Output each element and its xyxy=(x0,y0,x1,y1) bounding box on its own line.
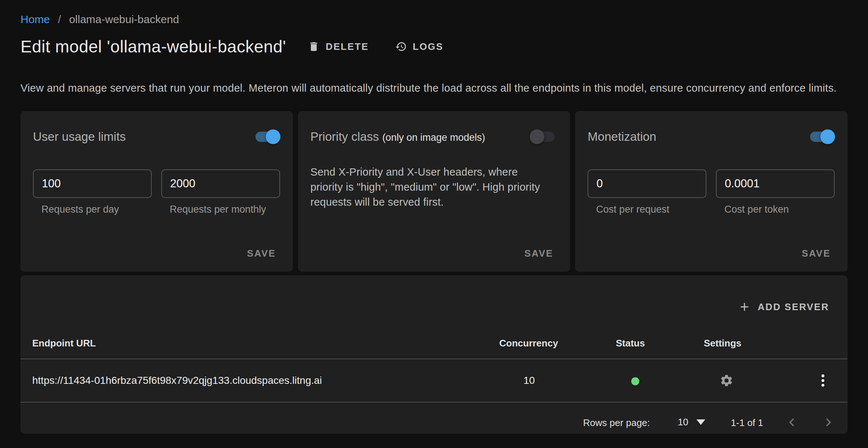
requests-per-month-input[interactable] xyxy=(161,169,280,198)
cost-per-token-label: Cost per token xyxy=(724,204,835,215)
row-menu-cell xyxy=(795,359,847,402)
usage-limits-title: User usage limits xyxy=(33,130,126,144)
requests-per-day-input[interactable] xyxy=(33,169,152,198)
pagination-range: 1-1 of 1 xyxy=(731,417,763,429)
delete-button[interactable]: DELETE xyxy=(302,37,375,56)
priority-class-title-text: Priority class xyxy=(310,130,379,143)
column-actions xyxy=(795,328,847,359)
rows-per-page-select[interactable]: 10 xyxy=(676,416,707,429)
servers-card: ADD SERVER Endpoint URL Concurrency Stat… xyxy=(21,275,847,434)
requests-per-day-label: Requests per day xyxy=(41,204,152,215)
add-server-button-label: ADD SERVER xyxy=(758,301,829,313)
dropdown-caret-icon xyxy=(696,419,705,425)
page-description: View and manage servers that run your mo… xyxy=(21,82,847,94)
settings-cell xyxy=(704,359,795,402)
save-priority-class-button[interactable]: SAVE xyxy=(520,244,558,263)
column-endpoint-url: Endpoint URL xyxy=(21,328,499,359)
user-usage-limits-card: User usage limits Requests per day Reque… xyxy=(21,111,293,272)
toggle-thumb xyxy=(530,129,544,144)
logs-button[interactable]: LOGS xyxy=(389,37,449,56)
cost-per-request-label: Cost per request xyxy=(596,204,706,215)
gear-icon[interactable] xyxy=(720,374,733,388)
endpoint-url-cell: https://11434-01h6rbza75f6t98x79v2qjg133… xyxy=(21,359,499,402)
chevron-right-icon xyxy=(820,414,836,430)
servers-toolbar: ADD SERVER xyxy=(21,275,847,316)
kebab-menu-icon[interactable] xyxy=(815,372,831,389)
rows-per-page-label: Rows per page: xyxy=(583,417,650,429)
history-icon xyxy=(395,41,407,52)
add-server-button[interactable]: ADD SERVER xyxy=(734,297,833,316)
priority-class-toggle[interactable] xyxy=(530,129,558,145)
page-title: Edit model 'ollama-webui-backend' xyxy=(21,37,286,56)
priority-class-title: Priority class (only on image models) xyxy=(310,130,485,144)
next-page-button[interactable] xyxy=(820,414,836,432)
breadcrumb-separator: / xyxy=(58,13,61,26)
chevron-left-icon xyxy=(784,414,800,430)
concurrency-cell: 10 xyxy=(499,359,616,402)
breadcrumb-current: ollama-webui-backend xyxy=(69,13,179,26)
server-row: https://11434-01h6rbza75f6t98x79v2qjg133… xyxy=(21,359,847,402)
priority-class-subtitle: (only on image models) xyxy=(382,132,485,143)
cost-per-request-input[interactable] xyxy=(588,169,706,198)
previous-page-button[interactable] xyxy=(784,414,800,432)
priority-class-card: Priority class (only on image models) Se… xyxy=(298,111,570,272)
rows-per-page-value: 10 xyxy=(678,416,688,428)
column-settings: Settings xyxy=(704,328,795,359)
save-monetization-button[interactable]: SAVE xyxy=(797,244,835,263)
cost-per-token-input[interactable] xyxy=(716,169,835,198)
save-usage-limits-button[interactable]: SAVE xyxy=(243,244,280,263)
requests-per-month-label: Requests per monthly xyxy=(170,204,280,215)
breadcrumb-home-link[interactable]: Home xyxy=(21,13,50,26)
status-online-dot xyxy=(631,377,639,385)
toggle-thumb xyxy=(266,129,280,144)
plus-icon xyxy=(738,300,751,313)
column-concurrency: Concurrency xyxy=(499,328,616,359)
trash-icon xyxy=(308,41,320,52)
priority-class-description: Send X-Priority and X-User headers, wher… xyxy=(310,165,558,210)
servers-table-header-row: Endpoint URL Concurrency Status Settings xyxy=(21,328,847,359)
delete-button-label: DELETE xyxy=(326,41,369,52)
title-row: Edit model 'ollama-webui-backend' DELETE… xyxy=(21,37,847,56)
settings-cards-row: User usage limits Requests per day Reque… xyxy=(21,111,847,272)
monetization-toggle[interactable] xyxy=(807,129,835,145)
breadcrumb: Home / ollama-webui-backend xyxy=(21,0,847,26)
servers-table: Endpoint URL Concurrency Status Settings… xyxy=(21,328,847,403)
column-status: Status xyxy=(616,328,704,359)
edit-model-page: Home / ollama-webui-backend Edit model '… xyxy=(0,0,868,448)
toggle-thumb xyxy=(820,129,835,144)
pagination: Rows per page: 10 1-1 of 1 xyxy=(21,403,847,434)
logs-button-label: LOGS xyxy=(413,41,444,52)
monetization-title: Monetization xyxy=(588,130,656,144)
monetization-card: Monetization Cost per request Cost per t… xyxy=(575,111,847,272)
status-cell xyxy=(616,359,704,402)
usage-limits-toggle[interactable] xyxy=(253,129,280,145)
